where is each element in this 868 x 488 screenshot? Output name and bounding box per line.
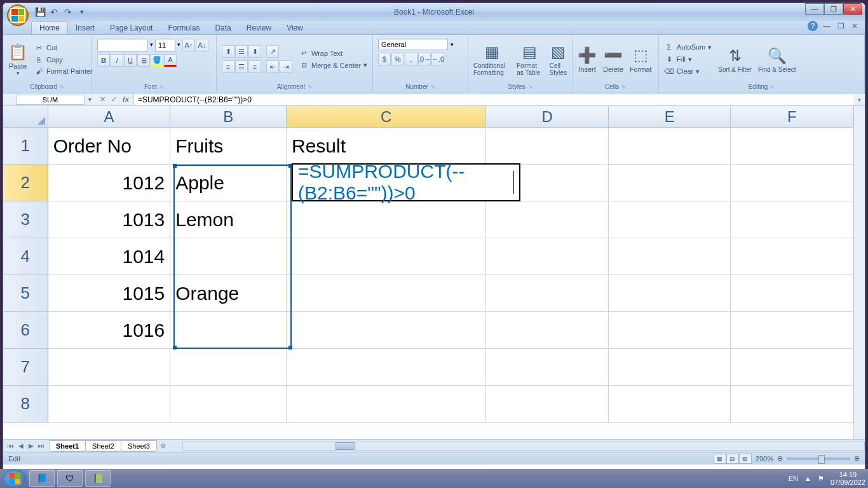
cell-f2[interactable]: [731, 165, 853, 201]
currency-icon[interactable]: $: [378, 53, 391, 65]
cell-d5[interactable]: [486, 275, 609, 312]
new-sheet-icon[interactable]: ⊕: [156, 442, 170, 450]
row-header-5[interactable]: 5: [3, 275, 48, 312]
sort-filter-button[interactable]: ⇅Sort & Filter: [715, 44, 754, 74]
cell-a3[interactable]: 1013: [48, 201, 171, 238]
sheet-nav-first-icon[interactable]: ⏮: [6, 442, 16, 449]
ribbon-minimize-icon[interactable]: —: [822, 21, 832, 31]
ribbon-restore-icon[interactable]: ❐: [836, 21, 846, 31]
cell-f5[interactable]: [731, 275, 853, 312]
col-header-b[interactable]: B: [170, 106, 287, 127]
tab-insert[interactable]: Insert: [68, 21, 102, 34]
cell-a2[interactable]: 1012: [48, 165, 171, 201]
conditional-formatting-button[interactable]: ▦Conditional Formatting: [471, 41, 513, 78]
sheet-tab-1[interactable]: Sheet1: [49, 440, 86, 452]
row-header-7[interactable]: 7: [3, 349, 48, 386]
tab-home[interactable]: Home: [31, 21, 68, 34]
cell-a5[interactable]: 1015: [48, 275, 171, 312]
taskbar-lang[interactable]: EN: [789, 475, 798, 482]
align-middle-icon[interactable]: ☰: [235, 45, 248, 58]
cell-b1[interactable]: Fruits: [170, 128, 287, 165]
autosum-button[interactable]: ΣAutoSum ▾: [661, 42, 714, 53]
shrink-font-icon[interactable]: A↓: [196, 39, 208, 51]
sheet-nav-last-icon[interactable]: ⏭: [36, 442, 46, 449]
decrease-decimal-icon[interactable]: ←.0: [431, 53, 444, 65]
zoom-out-icon[interactable]: ⊖: [777, 454, 783, 463]
tab-data[interactable]: Data: [207, 21, 238, 34]
cell-c1[interactable]: Result: [287, 128, 486, 165]
cell-a7[interactable]: [48, 349, 171, 386]
font-color-button[interactable]: A: [164, 54, 177, 67]
save-icon[interactable]: 💾: [34, 6, 46, 18]
indent-increase-icon[interactable]: ⇥: [280, 60, 292, 73]
taskbar-clock[interactable]: 14:19 07/09/2022: [831, 471, 865, 486]
number-format-select[interactable]: [378, 39, 448, 50]
ribbon-close-icon[interactable]: ✕: [850, 21, 860, 31]
name-box[interactable]: SUM: [16, 95, 85, 105]
cell-b4[interactable]: [170, 238, 287, 275]
indent-decrease-icon[interactable]: ⇤: [266, 60, 279, 73]
zoom-in-icon[interactable]: ⊕: [854, 454, 860, 463]
sheet-nav-prev-icon[interactable]: ◀: [16, 442, 26, 449]
minimize-button[interactable]: —: [805, 3, 824, 15]
tab-page-layout[interactable]: Page Layout: [102, 21, 160, 34]
cell-e8[interactable]: [609, 386, 731, 423]
tab-review[interactable]: Review: [239, 21, 279, 34]
align-bottom-icon[interactable]: ⬇: [248, 45, 261, 58]
cell-a1[interactable]: Order No: [48, 128, 171, 165]
italic-button[interactable]: I: [111, 54, 123, 67]
restore-button[interactable]: ❐: [824, 3, 843, 15]
percent-icon[interactable]: %: [391, 53, 404, 65]
col-header-c[interactable]: C: [287, 106, 486, 127]
fill-button[interactable]: ⬇Fill ▾: [661, 54, 714, 65]
cell-e1[interactable]: [609, 128, 731, 165]
cell-f3[interactable]: [731, 201, 853, 238]
active-cell-c2[interactable]: =SUMPRODUCT(--(B2:B6=""))>0: [292, 163, 520, 201]
format-painter-button[interactable]: 🖌Format Painter: [31, 66, 95, 76]
cell-styles-button[interactable]: ▧Cell Styles: [547, 41, 569, 78]
horizontal-scrollbar[interactable]: [182, 442, 865, 451]
tab-view[interactable]: View: [279, 21, 311, 34]
delete-cells-button[interactable]: ➖Delete: [600, 44, 626, 74]
taskbar-app-excel[interactable]: 📗: [85, 470, 111, 487]
cell-e4[interactable]: [609, 238, 731, 275]
copy-button[interactable]: ⎘Copy: [31, 55, 95, 65]
qat-dropdown-icon[interactable]: ▼: [76, 6, 88, 18]
align-left-icon[interactable]: ≡: [222, 60, 234, 73]
comma-icon[interactable]: ,: [405, 53, 417, 65]
paste-button[interactable]: 📋Paste▾: [6, 41, 30, 78]
grow-font-icon[interactable]: A↑: [182, 39, 195, 51]
cell-e2[interactable]: [609, 165, 731, 201]
cell-c8[interactable]: [287, 386, 486, 423]
taskbar-app-browser[interactable]: 🛡: [57, 470, 83, 487]
cell-b5[interactable]: Orange: [170, 275, 287, 312]
sheet-tab-2[interactable]: Sheet2: [85, 440, 121, 452]
cell-b6[interactable]: [170, 312, 287, 349]
cell-d4[interactable]: [486, 238, 609, 275]
cell-e3[interactable]: [609, 201, 731, 238]
format-as-table-button[interactable]: ▤Format as Table: [514, 41, 545, 78]
font-size-input[interactable]: [155, 39, 175, 51]
taskbar-tray-icon[interactable]: ▲: [804, 475, 811, 482]
cell-d1[interactable]: [486, 128, 609, 165]
row-header-4[interactable]: 4: [3, 238, 48, 275]
increase-decimal-icon[interactable]: .0→: [418, 53, 431, 65]
cell-c6[interactable]: [287, 312, 486, 349]
sheet-nav-next-icon[interactable]: ▶: [26, 442, 36, 449]
cell-a4[interactable]: 1014: [48, 238, 171, 275]
row-header-8[interactable]: 8: [3, 386, 48, 423]
fill-color-button[interactable]: 🪣: [151, 54, 163, 67]
insert-cells-button[interactable]: ➕Insert: [575, 44, 599, 74]
redo-icon[interactable]: ↷: [62, 6, 74, 18]
formula-cancel-icon[interactable]: ✕: [98, 95, 108, 104]
cell-d7[interactable]: [486, 349, 609, 386]
cell-d8[interactable]: [486, 386, 609, 423]
cell-f7[interactable]: [731, 349, 853, 386]
cell-b7[interactable]: [170, 349, 287, 386]
cell-c4[interactable]: [287, 238, 486, 275]
col-header-d[interactable]: D: [486, 106, 609, 127]
cell-e7[interactable]: [609, 349, 731, 386]
zoom-percent[interactable]: 290%: [756, 455, 773, 463]
zoom-slider[interactable]: [787, 458, 850, 460]
taskbar-flag-icon[interactable]: ⚑: [818, 475, 824, 483]
